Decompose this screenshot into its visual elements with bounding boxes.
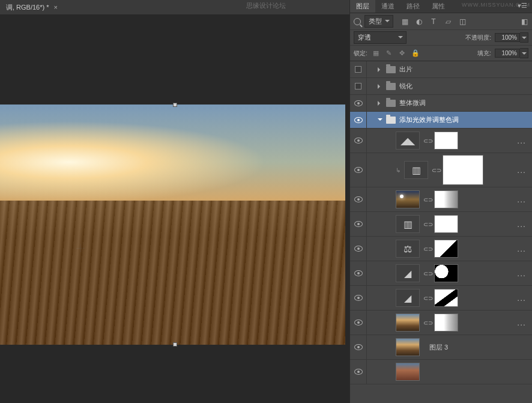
eye-icon[interactable] bbox=[354, 246, 363, 252]
tab-channels[interactable]: 通道 bbox=[375, 0, 401, 13]
canvas-image[interactable] bbox=[0, 105, 345, 345]
layer-group-row[interactable]: 整体微调 bbox=[350, 95, 532, 112]
layer-group-row[interactable]: 出片 bbox=[350, 61, 532, 78]
layer-mask-thumb[interactable] bbox=[434, 314, 458, 332]
link-icon[interactable]: ⊂⊃ bbox=[432, 167, 439, 174]
eye-icon[interactable] bbox=[354, 167, 363, 173]
visibility-col[interactable] bbox=[350, 95, 367, 111]
layer-options-icon[interactable]: ... bbox=[517, 268, 526, 278]
layer-options-icon[interactable]: ... bbox=[517, 195, 526, 204]
eye-icon[interactable] bbox=[354, 344, 363, 350]
visibility-col[interactable] bbox=[350, 237, 367, 261]
image-layer-row[interactable]: 图层 3 bbox=[350, 335, 532, 360]
image-layer-row[interactable] bbox=[350, 360, 532, 384]
layer-mask-thumb[interactable] bbox=[434, 215, 458, 233]
adjustment-layer-row[interactable]: ◢ ⊂⊃ ... bbox=[350, 286, 532, 311]
eye-icon[interactable] bbox=[354, 221, 363, 227]
chevron-down-icon[interactable] bbox=[520, 32, 528, 43]
eye-icon[interactable] bbox=[354, 369, 363, 375]
filter-type-dropdown[interactable]: 类型 bbox=[364, 15, 393, 28]
image-layer-row[interactable]: ⊂⊃ ... bbox=[350, 187, 532, 212]
visibility-col[interactable] bbox=[350, 61, 367, 77]
visibility-checkbox[interactable] bbox=[355, 66, 361, 73]
disclosure-icon[interactable] bbox=[378, 67, 382, 72]
adjustment-layer-row[interactable]: ↳ ▥ ⊂⊃ ... bbox=[350, 153, 532, 187]
eye-icon[interactable] bbox=[354, 117, 363, 123]
eye-icon[interactable] bbox=[354, 196, 363, 202]
layer-mask-thumb[interactable] bbox=[434, 190, 458, 208]
link-icon[interactable]: ⊂⊃ bbox=[423, 221, 431, 228]
transform-anchor-icon[interactable] bbox=[76, 244, 85, 252]
link-icon[interactable]: ⊂⊃ bbox=[423, 246, 431, 252]
layer-thumb[interactable] bbox=[396, 314, 420, 332]
layer-name[interactable]: 出片 bbox=[399, 65, 413, 74]
layer-mask-thumb[interactable] bbox=[434, 264, 458, 282]
filter-smart-icon[interactable]: ◫ bbox=[458, 17, 467, 26]
disclosure-icon[interactable] bbox=[378, 118, 382, 123]
link-icon[interactable]: ⊂⊃ bbox=[423, 196, 431, 203]
filter-adjust-icon[interactable]: ◐ bbox=[415, 17, 423, 26]
visibility-col[interactable] bbox=[350, 187, 367, 211]
layer-group-row[interactable]: 锐化 bbox=[350, 78, 532, 95]
lock-pixels-icon[interactable]: ▦ bbox=[371, 49, 381, 58]
layer-thumb[interactable] bbox=[396, 338, 420, 356]
layer-name[interactable]: 整体微调 bbox=[399, 98, 426, 108]
link-icon[interactable]: ⊂⊃ bbox=[423, 320, 431, 326]
lock-move-icon[interactable]: ✥ bbox=[397, 49, 407, 58]
tab-properties[interactable]: 属性 bbox=[426, 0, 451, 13]
eye-icon[interactable] bbox=[354, 138, 363, 144]
layer-options-icon[interactable]: ... bbox=[517, 318, 526, 327]
layer-thumb[interactable] bbox=[396, 190, 420, 208]
layers-list[interactable]: 出片 锐化 整体微调 bbox=[350, 61, 532, 403]
eye-icon[interactable] bbox=[354, 270, 363, 276]
close-icon[interactable]: × bbox=[54, 4, 58, 11]
disclosure-icon[interactable] bbox=[378, 84, 382, 89]
visibility-col[interactable] bbox=[350, 78, 367, 94]
document-tab[interactable]: 调, RGB/16*) * × bbox=[6, 3, 58, 12]
adjustment-layer-row[interactable]: ⚖ ⊂⊃ ... bbox=[350, 237, 532, 261]
layer-thumb[interactable] bbox=[396, 363, 420, 381]
lock-all-icon[interactable]: 🔒 bbox=[411, 49, 420, 58]
visibility-col[interactable] bbox=[350, 212, 367, 236]
layer-mask-thumb[interactable] bbox=[434, 289, 458, 307]
layer-name[interactable]: 添加光效并调整色调 bbox=[399, 115, 459, 124]
adjustment-layer-row[interactable]: ◢◣ ⊂⊃ ... bbox=[350, 129, 532, 153]
visibility-checkbox[interactable] bbox=[355, 83, 361, 89]
eye-icon[interactable] bbox=[354, 100, 363, 106]
layer-options-icon[interactable]: ... bbox=[517, 244, 526, 253]
fill-input[interactable]: 100% bbox=[495, 49, 520, 58]
layer-options-icon[interactable]: ... bbox=[517, 165, 526, 175]
layer-options-icon[interactable]: ... bbox=[517, 293, 526, 303]
eye-icon[interactable] bbox=[354, 320, 363, 326]
chevron-down-icon[interactable] bbox=[520, 48, 528, 58]
tab-layers[interactable]: 图层 bbox=[350, 0, 375, 13]
visibility-col[interactable] bbox=[350, 311, 367, 335]
layer-mask-thumb[interactable] bbox=[443, 155, 483, 185]
link-icon[interactable]: ⊂⊃ bbox=[423, 295, 431, 301]
layer-group-row[interactable]: 添加光效并调整色调 bbox=[350, 112, 532, 129]
layer-name[interactable]: 锐化 bbox=[399, 82, 413, 91]
search-icon[interactable] bbox=[354, 18, 361, 25]
layer-name[interactable]: 图层 3 bbox=[429, 343, 448, 352]
adjustment-layer-row[interactable]: ▥ ⊂⊃ ... bbox=[350, 212, 532, 237]
visibility-col[interactable] bbox=[350, 153, 367, 187]
layer-mask-thumb[interactable] bbox=[434, 132, 458, 150]
layer-mask-thumb[interactable] bbox=[434, 240, 458, 258]
blend-mode-dropdown[interactable]: 穿透 bbox=[354, 31, 407, 44]
tab-paths[interactable]: 路径 bbox=[401, 0, 426, 13]
layer-options-icon[interactable]: ... bbox=[517, 136, 526, 145]
visibility-col[interactable] bbox=[350, 261, 367, 285]
image-layer-row[interactable]: ⊂⊃ ... bbox=[350, 311, 532, 335]
filter-switch-icon[interactable]: ◧ bbox=[520, 17, 528, 26]
visibility-col[interactable] bbox=[350, 112, 367, 128]
visibility-col[interactable] bbox=[350, 129, 367, 153]
lock-brush-icon[interactable]: ✎ bbox=[384, 49, 394, 58]
visibility-col[interactable] bbox=[350, 360, 367, 384]
filter-image-icon[interactable]: ▦ bbox=[401, 17, 409, 26]
link-icon[interactable]: ⊂⊃ bbox=[423, 138, 431, 144]
filter-text-icon[interactable]: T bbox=[429, 17, 438, 26]
opacity-input[interactable]: 100% bbox=[495, 33, 520, 42]
filter-shape-icon[interactable]: ▱ bbox=[444, 17, 452, 26]
link-icon[interactable]: ⊂⊃ bbox=[423, 270, 431, 277]
eye-icon[interactable] bbox=[354, 295, 363, 301]
